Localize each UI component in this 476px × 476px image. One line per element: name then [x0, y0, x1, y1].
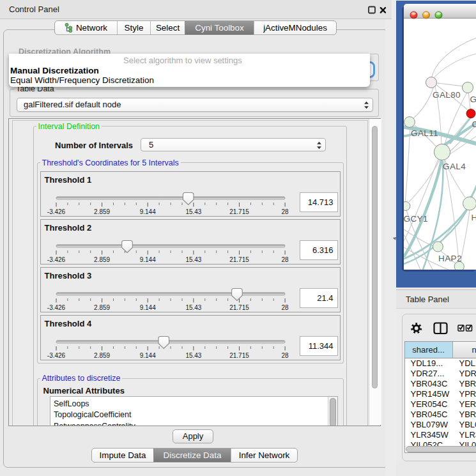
svg-text:HAP2: HAP2: [438, 253, 462, 263]
svg-text:21.715: 21.715: [229, 208, 249, 215]
svg-text:-3.426: -3.426: [47, 208, 65, 215]
svg-text:15.43: 15.43: [185, 352, 201, 359]
svg-text:GCY1: GCY1: [404, 213, 428, 223]
svg-text:28: 28: [281, 256, 289, 263]
svg-text:C: C: [472, 119, 476, 128]
svg-text:15.43: 15.43: [185, 208, 201, 215]
svg-text:2.859: 2.859: [94, 352, 110, 359]
svg-text:15.43: 15.43: [185, 304, 201, 311]
svg-text:28: 28: [281, 352, 289, 359]
svg-text:28: 28: [281, 208, 289, 215]
svg-text:21.715: 21.715: [229, 352, 249, 359]
svg-text:9.144: 9.144: [139, 208, 155, 215]
svg-text:-3.426: -3.426: [47, 304, 65, 311]
svg-text:2.859: 2.859: [94, 304, 110, 311]
svg-text:21.715: 21.715: [229, 256, 249, 263]
svg-text:21.715: 21.715: [229, 304, 249, 311]
svg-text:9.144: 9.144: [139, 352, 155, 359]
svg-text:G.: G.: [470, 95, 476, 104]
svg-text:9.144: 9.144: [139, 256, 155, 263]
svg-text:H: H: [471, 212, 476, 222]
svg-text:GAL11: GAL11: [411, 128, 438, 138]
svg-text:-3.426: -3.426: [47, 352, 65, 359]
svg-text:15.43: 15.43: [185, 256, 201, 263]
svg-text:GAL80: GAL80: [433, 90, 461, 100]
svg-text:2.859: 2.859: [94, 208, 110, 215]
svg-text:9.144: 9.144: [139, 304, 155, 311]
svg-text:28: 28: [281, 304, 289, 311]
svg-text:-3.426: -3.426: [47, 256, 65, 263]
svg-text:2.859: 2.859: [94, 256, 110, 263]
svg-text:GAL4: GAL4: [443, 162, 466, 171]
